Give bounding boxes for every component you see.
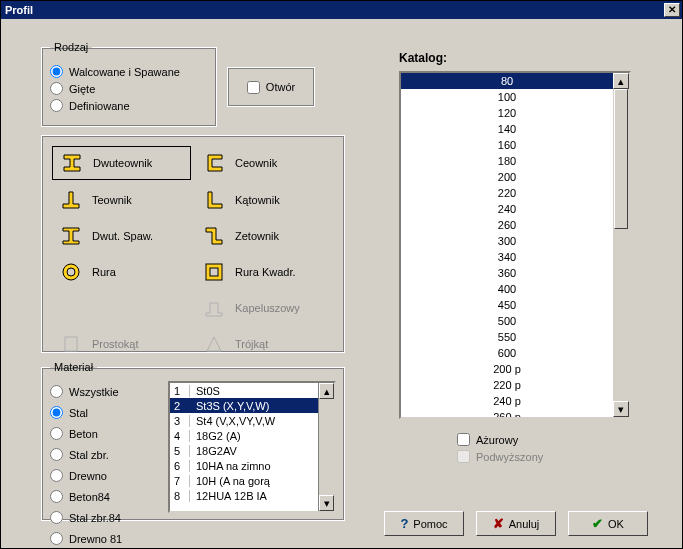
svg-rect-4 <box>65 337 77 351</box>
check-podwyzszony: Podwyższony <box>457 450 543 463</box>
cancel-icon: ✘ <box>493 516 504 531</box>
katalog-row[interactable]: 180 <box>401 153 613 169</box>
material-list-row[interactable]: 1St0S <box>170 383 334 398</box>
shape-katownik[interactable]: Kątownik <box>195 184 334 216</box>
katalog-row[interactable]: 120 <box>401 105 613 121</box>
material-list-row[interactable]: 812HUA 12B IA <box>170 488 334 503</box>
katalog-row[interactable]: 260 <box>401 217 613 233</box>
katalog-row[interactable]: 500 <box>401 313 613 329</box>
material-list-row[interactable]: 518G2AV <box>170 443 334 458</box>
katalog-row[interactable]: 80 <box>401 73 613 89</box>
radio-giete-input[interactable] <box>50 82 63 95</box>
radio-stal[interactable]: Stal <box>50 406 158 419</box>
shape-rura-kwadr[interactable]: Rura Kwadr. <box>195 256 334 288</box>
shape-label: Kapeluszowy <box>235 302 300 314</box>
check-otwor-input[interactable] <box>247 81 260 94</box>
radio-definiowane[interactable]: Definiowane <box>50 99 208 112</box>
katalog-row[interactable]: 220 p <box>401 377 613 393</box>
katalog-row[interactable]: 100 <box>401 89 613 105</box>
katalog-row[interactable]: 220 <box>401 185 613 201</box>
material-list-row[interactable]: 3St4 (V,X,VY,V,W <box>170 413 334 428</box>
radio-definiowane-input[interactable] <box>50 99 63 112</box>
katalog-row[interactable]: 140 <box>401 121 613 137</box>
shape-label: Trójkąt <box>235 338 268 350</box>
hat-icon <box>203 297 225 319</box>
katalog-row[interactable]: 200 p <box>401 361 613 377</box>
katalog-row[interactable]: 160 <box>401 137 613 153</box>
scroll-up-icon[interactable]: ▴ <box>613 73 629 89</box>
radio-beton84[interactable]: Beton84 <box>50 490 158 503</box>
scrollbar[interactable]: ▴ ▾ <box>318 383 334 511</box>
right-checks: Ażurowy Podwyższony <box>457 429 543 467</box>
close-button[interactable]: ✕ <box>664 3 680 17</box>
radio-drewno[interactable]: Drewno <box>50 469 158 482</box>
shape-label: Dwuteownik <box>93 157 152 169</box>
shape-label: Zetownik <box>235 230 279 242</box>
katalog-row[interactable]: 240 <box>401 201 613 217</box>
radio-definiowane-label: Definiowane <box>69 100 130 112</box>
pipe-icon <box>60 261 82 283</box>
katalog-row[interactable]: 260 p <box>401 409 613 419</box>
katalog-row[interactable]: 360 <box>401 265 613 281</box>
scroll-up-icon[interactable]: ▴ <box>319 383 334 399</box>
shape-prostokat: Prostokąt <box>52 328 191 360</box>
material-list-row[interactable]: 610HA na zimno <box>170 458 334 473</box>
dialog-profil: Profil ✕ Rodzaj Walcowane i Spawane Gięt… <box>0 0 683 549</box>
material-legend: Materiał <box>50 361 97 373</box>
pomoc-button[interactable]: ? Pomoc <box>384 511 464 536</box>
radio-giete[interactable]: Gięte <box>50 82 208 95</box>
katalog-row[interactable]: 400 <box>401 281 613 297</box>
material-list-row[interactable]: 2St3S (X,Y,V,W) <box>170 398 334 413</box>
scrollbar[interactable]: ▴ ▾ <box>613 73 629 417</box>
shape-rura[interactable]: Rura <box>52 256 191 288</box>
check-azurowy[interactable]: Ażurowy <box>457 433 543 446</box>
scroll-down-icon[interactable]: ▾ <box>319 495 334 511</box>
radio-walcowane[interactable]: Walcowane i Spawane <box>50 65 208 78</box>
radio-walcowane-input[interactable] <box>50 65 63 78</box>
material-group: Materiał Wszystkie Stal Beton Stal zbr. … <box>41 361 345 521</box>
help-icon: ? <box>400 516 408 531</box>
katalog-row[interactable]: 450 <box>401 297 613 313</box>
radio-wszystkie[interactable]: Wszystkie <box>50 385 158 398</box>
ok-button[interactable]: ✔ OK <box>568 511 648 536</box>
shape-teownik[interactable]: Teownik <box>52 184 191 216</box>
katalog-list[interactable]: 8010012014016018020022024026030034036040… <box>399 71 631 419</box>
scroll-down-icon[interactable]: ▾ <box>613 401 629 417</box>
checkmark-icon: ✔ <box>592 516 603 531</box>
shape-zetownik[interactable]: Zetownik <box>195 220 334 252</box>
katalog-row[interactable]: 240 p <box>401 393 613 409</box>
shape-dwuteownik[interactable]: Dwuteownik <box>52 146 191 180</box>
shape-label: Rura <box>92 266 116 278</box>
button-bar: ? Pomoc ✘ Anuluj ✔ OK <box>384 511 648 536</box>
shape-dwut-spaw[interactable]: Dwut. Spaw. <box>52 220 191 252</box>
window-title: Profil <box>5 4 33 16</box>
radio-drewno81[interactable]: Drewno 81 <box>50 532 158 545</box>
radio-stal-zbr[interactable]: Stal zbr. <box>50 448 158 461</box>
radio-beton[interactable]: Beton <box>50 427 158 440</box>
shape-ceownik[interactable]: Ceownik <box>195 146 334 180</box>
material-list-row[interactable]: 418G2 (A) <box>170 428 334 443</box>
material-list[interactable]: 1St0S2St3S (X,Y,V,W)3St4 (V,X,VY,V,W418G… <box>168 381 336 513</box>
radio-stal-zbr84[interactable]: Stal zbr.84 <box>50 511 158 524</box>
katalog-row[interactable]: 340 <box>401 249 613 265</box>
c-beam-icon <box>203 152 225 174</box>
shape-label: Rura Kwadr. <box>235 266 296 278</box>
otwor-group: Otwór <box>227 67 315 107</box>
rodzaj-legend: Rodzaj <box>50 41 92 53</box>
close-icon: ✕ <box>668 5 676 15</box>
material-list-row[interactable]: 710H (A na gorą <box>170 473 334 488</box>
rect-icon <box>60 333 82 355</box>
check-otwor-label: Otwór <box>266 81 295 93</box>
katalog-label: Katalog: <box>399 51 447 65</box>
shape-label: Kątownik <box>235 194 280 206</box>
titlebar: Profil ✕ <box>1 1 682 19</box>
check-otwor[interactable]: Otwór <box>247 81 295 94</box>
scroll-thumb[interactable] <box>614 89 628 229</box>
anuluj-button[interactable]: ✘ Anuluj <box>476 511 556 536</box>
katalog-row[interactable]: 600 <box>401 345 613 361</box>
i-beam-icon <box>61 152 83 174</box>
katalog-row[interactable]: 200 <box>401 169 613 185</box>
z-beam-icon <box>203 225 225 247</box>
katalog-row[interactable]: 550 <box>401 329 613 345</box>
katalog-row[interactable]: 300 <box>401 233 613 249</box>
